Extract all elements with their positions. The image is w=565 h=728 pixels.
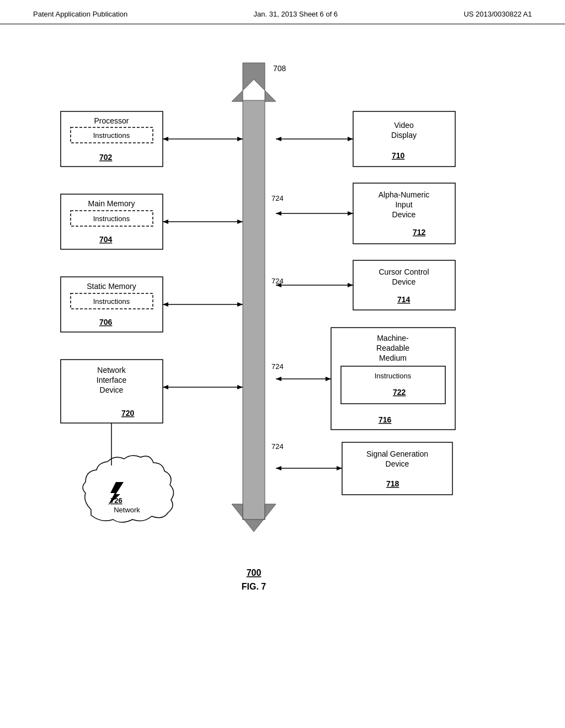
cursorcontrol-id: 714 [397, 295, 411, 304]
alphanumeric-title-1: Alpha-Numeric [379, 190, 430, 199]
arrow-704-right [237, 220, 243, 224]
nid-title-1: Network [97, 366, 126, 374]
network-id: 726 [110, 496, 122, 505]
arrow-714-right [348, 283, 353, 287]
mrm-title-1: Machine- [377, 334, 409, 342]
bus-label-2: 724 [271, 277, 284, 285]
cursorcontrol-title-1: Cursor Control [379, 267, 429, 276]
staticmemory-instructions: Instructions [93, 297, 130, 306]
mainmemory-instructions: Instructions [93, 215, 130, 223]
header-right: US 2013/0030822 A1 [463, 10, 532, 18]
arrow-706-left [163, 302, 168, 307]
mrm-instructions-label: Instructions [375, 372, 412, 380]
processor-instructions: Instructions [93, 131, 130, 140]
videodisplay-title-2: Display [391, 131, 417, 140]
header-middle: Jan. 31, 2013 Sheet 6 of 6 [254, 10, 338, 18]
svg-rect-1 [243, 100, 265, 520]
cursorcontrol-title-2: Device [392, 277, 416, 286]
mrm-outer-id: 716 [379, 415, 392, 424]
arrow-716-right [326, 377, 331, 381]
nid-title-3: Device [100, 386, 124, 394]
processor-id: 702 [99, 153, 113, 162]
bus-label-3: 724 [271, 362, 284, 371]
bus-label-1: 724 [271, 194, 284, 202]
fig-label: FIG. 7 [242, 582, 266, 591]
mrm-title-3: Medium [379, 354, 407, 362]
arrow-702-left [163, 137, 168, 141]
bus-label-4: 724 [271, 442, 284, 451]
arrow-712-right [348, 211, 353, 216]
arrow-716-left [276, 377, 281, 381]
arrow-720-right [237, 385, 243, 389]
diagram-svg: 708 724 724 724 724 Processor Instructio… [0, 30, 565, 681]
network-cloud: Network 726 [83, 456, 174, 522]
arrow-710-left [276, 137, 281, 141]
header-left: Patent Application Publication [33, 10, 127, 18]
svg-marker-0 [232, 63, 276, 101]
videodisplay-id: 710 [392, 151, 405, 160]
mainmemory-title: Main Memory [88, 199, 135, 208]
arrow-718-left [276, 466, 281, 470]
arrow-720-left [163, 385, 168, 389]
nid-title-2: Interface [97, 376, 127, 384]
fig-number: 700 [247, 568, 262, 577]
alphanumeric-title-3: Device [392, 210, 416, 219]
diagram-container: 708 724 724 724 724 Processor Instructio… [0, 30, 565, 681]
arrow-710-right [348, 137, 353, 141]
sgd-title-1: Signal Generation [366, 449, 428, 458]
processor-title: Processor [94, 116, 129, 125]
alphanumeric-id: 712 [413, 228, 426, 237]
mrm-inner-id: 722 [393, 388, 406, 397]
arrow-718-right [337, 466, 342, 470]
alphanumeric-title-2: Input [395, 200, 412, 209]
videodisplay-title-1: Video [394, 121, 414, 130]
sgd-title-2: Device [386, 459, 409, 468]
arrow-702-right [237, 137, 243, 141]
mainmemory-id: 704 [99, 235, 113, 244]
nid-id: 720 [121, 409, 135, 417]
arrow-706-right [237, 302, 243, 307]
arrow-704-left [163, 220, 168, 224]
staticmemory-id: 706 [99, 318, 113, 326]
sgd-id: 718 [386, 479, 399, 488]
network-label: Network [114, 506, 140, 514]
arrow-708-label: 708 [273, 64, 286, 73]
staticmemory-title: Static Memory [87, 282, 136, 291]
arrow-712-left [276, 211, 281, 216]
page-header: Patent Application Publication Jan. 31, … [0, 0, 565, 24]
mrm-title-2: Readable [376, 344, 409, 352]
